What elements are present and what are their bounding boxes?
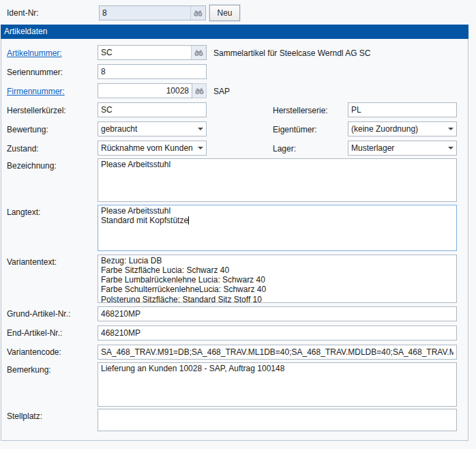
artikelnummer-link[interactable]: Artikelnummer: bbox=[7, 48, 62, 58]
bewertung-label: Bewertung: bbox=[7, 125, 48, 134]
artikeldaten-header: Artikeldaten bbox=[1, 25, 468, 39]
bemerkung-label: Bemerkung: bbox=[7, 365, 51, 375]
variantentext-label: Variantentext: bbox=[7, 257, 57, 267]
ident-nr-field[interactable] bbox=[99, 5, 206, 20]
bewertung-dropdown[interactable]: gebraucht bbox=[98, 121, 207, 136]
langtext-label: Langtext: bbox=[7, 207, 40, 217]
end-artikel-nr-input[interactable] bbox=[98, 325, 457, 341]
binoculars-icon bbox=[193, 10, 203, 17]
langtext-textarea[interactable]: Please Arbeitsstuhl Standard mit Kopfstü… bbox=[98, 205, 457, 251]
lager-dropdown[interactable]: Musterlager bbox=[348, 141, 457, 156]
bemerkung-textarea[interactable]: Lieferung an Kunden 10028 - SAP, Auftrag… bbox=[98, 362, 457, 407]
binoculars-icon bbox=[194, 87, 205, 95]
seriennummer-input[interactable] bbox=[98, 64, 207, 79]
artikelnummer-input[interactable] bbox=[98, 46, 191, 59]
article-data-window: Ident-Nr: Neu Artikeldaten Artikelnummer… bbox=[0, 0, 476, 449]
chevron-down-icon bbox=[198, 128, 203, 130]
chevron-down-icon bbox=[448, 147, 453, 149]
artikelnummer-note: Sammelartikel für Steelcase Werndl AG SC bbox=[213, 48, 371, 58]
end-artikel-nr-label: End-Artikel-Nr.: bbox=[7, 328, 62, 338]
grund-artikel-nr-label: Grund-Artikel-Nr.: bbox=[7, 309, 70, 319]
ident-nr-input[interactable] bbox=[100, 6, 190, 20]
chevron-down-icon bbox=[198, 147, 203, 149]
herstellerserie-label: Herstellerserie: bbox=[273, 106, 328, 115]
eigentuemer-dropdown[interactable]: (keine Zuordnung) bbox=[348, 121, 457, 136]
artikelnummer-field[interactable] bbox=[98, 45, 207, 60]
zustand-dropdown[interactable]: Rücknahme vom Kunden bbox=[98, 141, 207, 156]
bezeichnung-textarea[interactable]: Please Arbeitsstuhl bbox=[98, 158, 457, 202]
firmennummer-search-button[interactable] bbox=[192, 83, 207, 98]
lager-label: Lager: bbox=[273, 144, 296, 154]
text-cursor bbox=[188, 216, 189, 224]
binoculars-icon bbox=[194, 49, 204, 57]
artikelnummer-search-button[interactable] bbox=[191, 46, 206, 59]
lager-selected-value: Musterlager bbox=[351, 143, 394, 153]
herstellerserie-input[interactable] bbox=[348, 102, 457, 117]
chevron-down-icon bbox=[448, 128, 453, 130]
firmennummer-input[interactable] bbox=[98, 83, 192, 98]
stellplatz-textarea[interactable] bbox=[98, 409, 457, 431]
variantencode-label: Variantencode: bbox=[7, 347, 61, 357]
eigentuemer-label: Eigentümer: bbox=[273, 125, 317, 134]
firmennummer-note: SAP bbox=[213, 87, 230, 96]
grund-artikel-nr-input[interactable] bbox=[98, 306, 457, 321]
ident-nr-search-button[interactable] bbox=[190, 6, 205, 20]
variantentext-textarea[interactable]: Bezug: Lucia DB Farbe Sitzfläche Lucia: … bbox=[98, 255, 457, 303]
firmennummer-link[interactable]: Firmennummer: bbox=[7, 87, 65, 96]
langtext-text: Please Arbeitsstuhl Standard mit Kopfstü… bbox=[101, 206, 188, 225]
herstellerkuerzel-label: Herstellerkürzel: bbox=[7, 106, 66, 115]
stellplatz-label: Stellplatz: bbox=[7, 411, 42, 421]
zustand-selected-value: Rücknahme vom Kunden bbox=[101, 143, 193, 153]
herstellerkuerzel-input[interactable] bbox=[98, 102, 207, 117]
bewertung-selected-value: gebraucht bbox=[101, 124, 137, 134]
eigentuemer-selected-value: (keine Zuordnung) bbox=[351, 124, 418, 134]
variantencode-input[interactable] bbox=[98, 345, 457, 360]
neu-button[interactable]: Neu bbox=[209, 5, 240, 21]
ident-nr-label: Ident-Nr: bbox=[7, 8, 39, 18]
bezeichnung-label: Bezeichnung: bbox=[7, 161, 57, 171]
seriennummer-label: Seriennummer: bbox=[7, 68, 63, 77]
zustand-label: Zustand: bbox=[7, 144, 39, 154]
